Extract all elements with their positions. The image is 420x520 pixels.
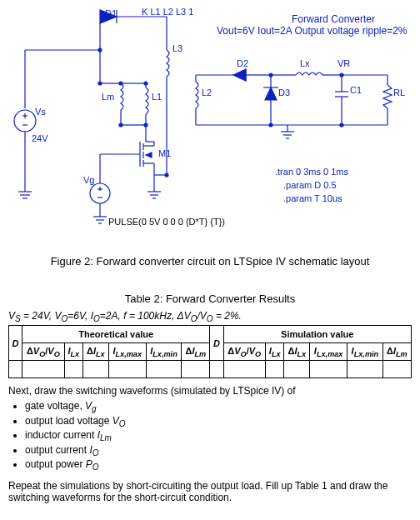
svg-marker-67: [265, 88, 277, 100]
th-dilm-2: ΔILm: [382, 343, 411, 361]
col-D2: D: [210, 326, 223, 361]
label-lm: Lm: [102, 92, 114, 102]
label-d1: D1: [105, 8, 117, 18]
label-rl: RL: [393, 88, 405, 98]
label-24v: 24V: [32, 133, 48, 143]
th-ilxmax-1: ILx,max: [108, 343, 146, 361]
svg-point-81: [269, 123, 272, 127]
label-c1: C1: [350, 85, 362, 95]
th-ilxmax-2: ILx,max: [310, 343, 348, 361]
svg-point-27: [144, 82, 148, 85]
table-caption: Table 2: Forward Converter Results: [8, 292, 412, 305]
label-d2: D2: [237, 58, 248, 68]
bullet-vo: output load voltage VO: [25, 415, 412, 428]
schematic-svg: [8, 8, 412, 242]
closing-text: Repeat the simulations by short-circuiti…: [8, 480, 412, 503]
th-ilx-1: ILx: [64, 343, 82, 361]
label-l2: L2: [202, 88, 212, 98]
figure-caption: Figure 2: Forward converter circuit on L…: [8, 255, 412, 268]
svg-point-53: [165, 173, 168, 177]
label-l1: L1: [152, 92, 162, 102]
label-paramT: .param T 10us: [283, 193, 342, 203]
svg-marker-40: [146, 152, 152, 158]
label-vg: Vg: [83, 175, 94, 185]
label-pulse: PULSE(0 5V 0 0 0 {D*T} {T}): [108, 217, 225, 227]
svg-point-28: [119, 123, 122, 127]
svg-point-82: [340, 123, 343, 127]
label-coupling: K L1 L2 L3 1: [142, 7, 193, 17]
schematic-diagram: D1 K L1 L2 L3 1 Forward Converter Vout=6…: [8, 8, 412, 242]
th-dvv-2: ΔVO/VO: [223, 343, 266, 361]
next-intro: Next, draw the switching waveforms (simu…: [8, 385, 412, 397]
th-dilm-1: ΔILm: [182, 343, 210, 361]
th-ilxmin-2: ILx,min: [348, 343, 383, 361]
svg-point-43: [90, 183, 110, 203]
label-title1: Forward Converter: [250, 13, 417, 25]
results-table: D Theoretical value D Simulation value Δ…: [8, 325, 412, 378]
label-m1: M1: [158, 148, 171, 158]
th-ilxmin-1: ILx,min: [146, 343, 182, 361]
label-vs: Vs: [35, 107, 46, 117]
label-title2: Vout=6V Iout=2A Output voltage ripple=2%: [217, 25, 420, 37]
th-dilx-2: ΔILx: [284, 343, 310, 361]
waveform-list: gate voltage, Vg output load voltage VO …: [25, 400, 412, 472]
label-paramD: .param D 0.5: [283, 180, 337, 190]
group-simulation: Simulation value: [223, 326, 411, 343]
svg-point-20: [98, 82, 102, 85]
col-D1: D: [9, 326, 22, 361]
th-dvv-1: ΔVO/VO: [22, 343, 65, 361]
group-theoretical: Theoretical value: [22, 326, 210, 343]
svg-marker-62: [233, 69, 246, 81]
bullet-po: output power PO: [25, 458, 412, 472]
svg-point-1: [14, 110, 36, 132]
th-ilx-2: ILx: [266, 343, 284, 361]
label-d3: D3: [278, 88, 290, 98]
label-tran: .tran 0 3ms 0 1ms: [275, 167, 348, 177]
table-conditions: VS = 24V, VO=6V, IO=2A, f = 100kHz, ΔVO/…: [8, 310, 412, 323]
table-row: [9, 361, 412, 378]
label-lx: Lx: [300, 58, 310, 68]
label-vr: VR: [338, 58, 350, 68]
bullet-ilm: inductor current ILm: [25, 429, 412, 442]
th-dilx-1: ΔILx: [82, 343, 108, 361]
label-l3: L3: [172, 43, 182, 53]
bullet-vg: gate voltage, Vg: [25, 400, 412, 413]
svg-point-26: [119, 82, 122, 85]
bullet-io: output current IO: [25, 444, 412, 458]
